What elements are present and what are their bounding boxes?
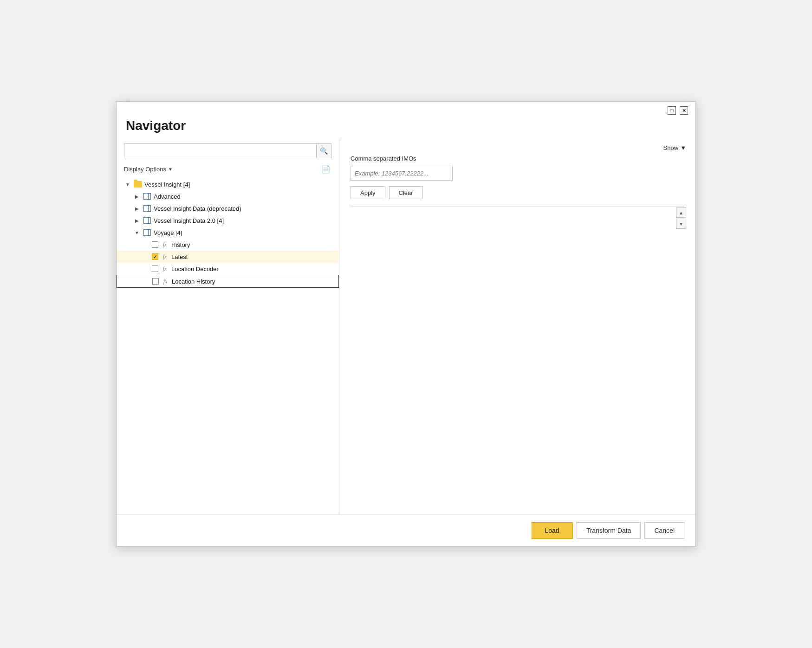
tree-item-advanced[interactable]: ▶ Advanced	[117, 190, 339, 202]
chevron-down-scroll-icon: ▼	[679, 221, 683, 227]
chevron-up-icon: ▲	[679, 210, 683, 215]
table-icon-container-advanced	[143, 193, 152, 200]
scroll-up-button[interactable]: ▲	[676, 207, 686, 218]
bottom-bar: Load Transform Data Cancel	[117, 514, 695, 546]
checkbox-history[interactable]	[152, 241, 158, 248]
tree-item-vessel-insight-2[interactable]: ▶ Vessel Insight Data 2.0 [4]	[117, 214, 339, 227]
left-panel: 🔍 Display Options ▼ 📄 ▼	[117, 139, 339, 514]
checkbox-location-history[interactable]	[152, 278, 159, 285]
table-icon-container-deprecated	[143, 205, 152, 212]
main-content: 🔍 Display Options ▼ 📄 ▼	[117, 139, 695, 514]
chevron-down-icon: ▼	[168, 167, 173, 172]
divider	[351, 207, 684, 207]
tree-item-location-decoder[interactable]: fx Location Decoder	[117, 263, 339, 275]
search-bar: 🔍	[117, 139, 339, 162]
close-icon: ✕	[682, 108, 686, 114]
display-options-button[interactable]: Display Options ▼	[124, 166, 173, 173]
expand-icon-2: ▶	[133, 206, 141, 211]
table-icon-advanced	[143, 193, 151, 200]
vessel-insight-v2-label: Vessel Insight Data 2.0 [4]	[154, 217, 224, 224]
scroll-arrows: ▲ ▼	[676, 207, 686, 229]
tree-item-vessel-insight[interactable]: ▼ Vessel Insight [4]	[117, 178, 339, 190]
imo-label: Comma separated IMOs	[351, 155, 684, 162]
load-button[interactable]: Load	[532, 522, 573, 539]
expand-icon-3: ▶	[133, 218, 141, 223]
tree-item-location-history[interactable]: fx Location History	[117, 275, 339, 288]
fx-icon-latest: fx	[160, 253, 169, 260]
show-label: Show	[663, 144, 679, 151]
checkbox-latest[interactable]	[152, 253, 158, 260]
expand-icon: ▶	[133, 194, 141, 199]
table-icon-voyage	[143, 229, 151, 236]
collapse-icon-voyage: ▼	[133, 230, 141, 235]
apply-button[interactable]: Apply	[351, 186, 385, 199]
voyage-label: Voyage [4]	[154, 229, 182, 236]
tree-item-vessel-insight-deprecated[interactable]: ▶ Vessel Insight Data (deprecated)	[117, 202, 339, 214]
fx-icon-history: fx	[160, 241, 169, 248]
folder-icon-container	[133, 181, 143, 188]
display-options-label: Display Options	[124, 166, 166, 173]
tree: ▼ Vessel Insight [4] ▶ Advanc	[117, 178, 339, 514]
location-history-label: Location History	[172, 278, 215, 285]
right-header: Show ▼	[339, 139, 695, 155]
fx-icon-location-history: fx	[161, 278, 170, 285]
vessel-insight-label: Vessel Insight [4]	[144, 181, 190, 188]
tree-item-voyage[interactable]: ▼ Voyage [4]	[117, 227, 339, 239]
table-icon-container-v2	[143, 217, 152, 224]
table-icon-deprecated	[143, 205, 151, 212]
window-controls: □ ✕	[668, 106, 688, 115]
tree-item-history[interactable]: fx History	[117, 239, 339, 251]
table-icon-v2	[143, 217, 151, 224]
buttons-row: Apply Clear	[351, 186, 684, 199]
cancel-button[interactable]: Cancel	[644, 522, 684, 539]
imo-input[interactable]	[351, 166, 453, 181]
scroll-down-button[interactable]: ▼	[676, 219, 686, 229]
advanced-label: Advanced	[154, 193, 181, 200]
title-bar: □ ✕	[117, 102, 695, 115]
checkbox-location-decoder[interactable]	[152, 266, 158, 272]
history-label: History	[171, 241, 190, 248]
minimize-icon: □	[670, 108, 674, 113]
search-button[interactable]: 🔍	[317, 143, 331, 158]
page-title: Navigator	[117, 115, 695, 139]
show-button[interactable]: Show ▼	[663, 144, 686, 151]
table-icon-container-voyage	[143, 229, 152, 236]
show-chevron-icon: ▼	[680, 144, 686, 151]
display-options-bar: Display Options ▼ 📄	[117, 162, 339, 178]
latest-label: Latest	[171, 253, 188, 260]
deprecated-label: Vessel Insight Data (deprecated)	[154, 205, 241, 212]
transform-data-button[interactable]: Transform Data	[577, 522, 641, 539]
location-decoder-label: Location Decoder	[171, 266, 219, 272]
tree-item-latest[interactable]: fx Latest	[117, 251, 339, 263]
search-icon: 🔍	[320, 147, 328, 155]
collapse-icon: ▼	[124, 182, 131, 187]
clear-button[interactable]: Clear	[389, 186, 423, 199]
search-input[interactable]	[124, 143, 317, 158]
document-icon: 📄	[321, 165, 331, 173]
right-panel: Show ▼ ▲ ▼ Comma separated IMOs Apply Cl…	[339, 139, 695, 514]
document-icon-button[interactable]: 📄	[320, 164, 331, 175]
minimize-button[interactable]: □	[668, 106, 676, 115]
close-button[interactable]: ✕	[680, 106, 688, 115]
fx-icon-decoder: fx	[160, 265, 169, 272]
navigator-window: □ ✕ Navigator 🔍 Display Options ▼	[116, 101, 696, 547]
right-content: Comma separated IMOs Apply Clear	[339, 155, 695, 207]
folder-icon	[134, 181, 142, 188]
